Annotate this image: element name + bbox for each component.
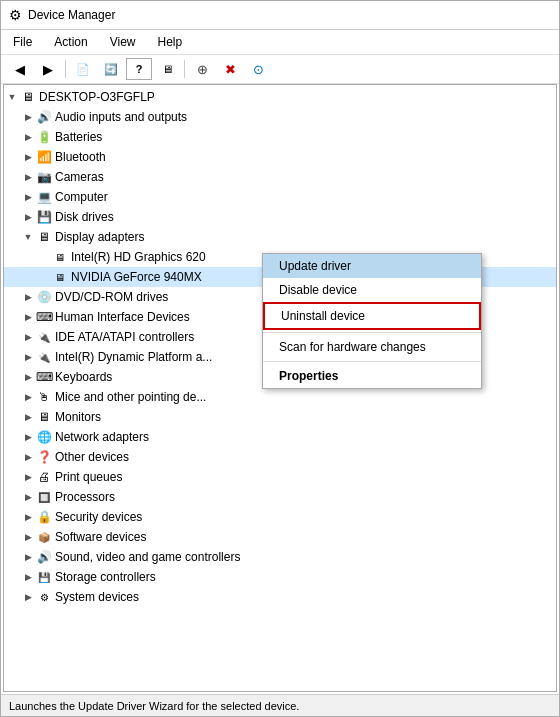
tree-item-bluetooth[interactable]: ▶ 📶 Bluetooth	[4, 147, 556, 167]
other-icon: ❓	[36, 449, 52, 465]
ctx-properties[interactable]: Properties	[263, 364, 481, 388]
monitors-toggle[interactable]: ▶	[20, 409, 36, 425]
status-text: Launches the Update Driver Wizard for th…	[9, 700, 299, 712]
storage-icon: 💾	[36, 569, 52, 585]
root-label: DESKTOP-O3FGFLP	[39, 90, 155, 104]
nvidia-icon: 🖥	[52, 269, 68, 285]
batteries-toggle[interactable]: ▶	[20, 129, 36, 145]
menu-view[interactable]: View	[106, 32, 140, 52]
ctx-properties-label: Properties	[279, 369, 338, 383]
tree-item-disk[interactable]: ▶ 💾 Disk drives	[4, 207, 556, 227]
ctx-disable-label: Disable device	[279, 283, 357, 297]
menu-action[interactable]: Action	[50, 32, 91, 52]
display-icon: 🖥	[36, 229, 52, 245]
intel-dyn-label: Intel(R) Dynamic Platform a...	[55, 350, 212, 364]
software-label: Software devices	[55, 530, 146, 544]
ctx-scan-label: Scan for hardware changes	[279, 340, 426, 354]
network-toggle[interactable]: ▶	[20, 429, 36, 445]
toolbar-back-btn[interactable]: ◀	[7, 58, 33, 80]
tree-item-cameras[interactable]: ▶ 📷 Cameras	[4, 167, 556, 187]
toolbar: ◀ ▶ 📄 🔄 ? 🖥 ⊕ ✖ ⊙	[1, 55, 559, 84]
tree-item-system[interactable]: ▶ ⚙ System devices	[4, 587, 556, 607]
ctx-update-driver[interactable]: Update driver	[263, 254, 481, 278]
print-icon: 🖨	[36, 469, 52, 485]
tree-item-other[interactable]: ▶ ❓ Other devices	[4, 447, 556, 467]
toolbar-scan-btn[interactable]: ⊙	[245, 58, 271, 80]
hid-toggle[interactable]: ▶	[20, 309, 36, 325]
processors-label: Processors	[55, 490, 115, 504]
menu-help[interactable]: Help	[154, 32, 187, 52]
tree-item-security[interactable]: ▶ 🔒 Security devices	[4, 507, 556, 527]
ide-icon: 🔌	[36, 329, 52, 345]
ctx-uninstall-label: Uninstall device	[281, 309, 365, 323]
sound-toggle[interactable]: ▶	[20, 549, 36, 565]
root-toggle[interactable]: ▼	[4, 89, 20, 105]
toolbar-forward-btn[interactable]: ▶	[35, 58, 61, 80]
ctx-scan-changes[interactable]: Scan for hardware changes	[263, 335, 481, 359]
disk-toggle[interactable]: ▶	[20, 209, 36, 225]
toolbar-properties-btn[interactable]: 📄	[70, 58, 96, 80]
computer-label: Computer	[55, 190, 108, 204]
hid-label: Human Interface Devices	[55, 310, 190, 324]
audio-label: Audio inputs and outputs	[55, 110, 187, 124]
keyboards-toggle[interactable]: ▶	[20, 369, 36, 385]
cameras-toggle[interactable]: ▶	[20, 169, 36, 185]
tree-item-storage[interactable]: ▶ 💾 Storage controllers	[4, 567, 556, 587]
batteries-icon: 🔋	[36, 129, 52, 145]
ide-toggle[interactable]: ▶	[20, 329, 36, 345]
print-toggle[interactable]: ▶	[20, 469, 36, 485]
intel-dyn-toggle[interactable]: ▶	[20, 349, 36, 365]
status-bar: Launches the Update Driver Wizard for th…	[1, 694, 559, 716]
hid-icon: ⌨	[36, 309, 52, 325]
tree-item-print[interactable]: ▶ 🖨 Print queues	[4, 467, 556, 487]
print-label: Print queues	[55, 470, 122, 484]
audio-toggle[interactable]: ▶	[20, 109, 36, 125]
menu-file[interactable]: File	[9, 32, 36, 52]
other-label: Other devices	[55, 450, 129, 464]
toolbar-remove-btn[interactable]: ✖	[217, 58, 243, 80]
mice-icon: 🖱	[36, 389, 52, 405]
security-label: Security devices	[55, 510, 142, 524]
system-toggle[interactable]: ▶	[20, 589, 36, 605]
toolbar-display-btn[interactable]: 🖥	[154, 58, 180, 80]
display-toggle[interactable]: ▼	[20, 229, 36, 245]
keyboards-label: Keyboards	[55, 370, 112, 384]
processors-toggle[interactable]: ▶	[20, 489, 36, 505]
title-bar: ⚙ Device Manager	[1, 1, 559, 30]
storage-label: Storage controllers	[55, 570, 156, 584]
mice-toggle[interactable]: ▶	[20, 389, 36, 405]
sound-label: Sound, video and game controllers	[55, 550, 240, 564]
dvd-toggle[interactable]: ▶	[20, 289, 36, 305]
tree-root[interactable]: ▼ 🖥 DESKTOP-O3FGFLP	[4, 87, 556, 107]
security-toggle[interactable]: ▶	[20, 509, 36, 525]
toolbar-add-btn[interactable]: ⊕	[189, 58, 215, 80]
tree-item-processors[interactable]: ▶ 🔲 Processors	[4, 487, 556, 507]
tree-item-mice[interactable]: ▶ 🖱 Mice and other pointing de...	[4, 387, 556, 407]
ctx-disable-device[interactable]: Disable device	[263, 278, 481, 302]
ctx-uninstall-device[interactable]: Uninstall device	[263, 302, 481, 330]
bluetooth-label: Bluetooth	[55, 150, 106, 164]
bluetooth-toggle[interactable]: ▶	[20, 149, 36, 165]
content-area: ▼ 🖥 DESKTOP-O3FGFLP ▶ 🔊 Audio inputs and…	[3, 84, 557, 692]
window-title: Device Manager	[28, 8, 115, 22]
system-icon: ⚙	[36, 589, 52, 605]
tree-item-batteries[interactable]: ▶ 🔋 Batteries	[4, 127, 556, 147]
other-toggle[interactable]: ▶	[20, 449, 36, 465]
toolbar-update-btn[interactable]: 🔄	[98, 58, 124, 80]
disk-icon: 💾	[36, 209, 52, 225]
toolbar-help-btn[interactable]: ?	[126, 58, 152, 80]
network-label: Network adapters	[55, 430, 149, 444]
tree-item-network[interactable]: ▶ 🌐 Network adapters	[4, 427, 556, 447]
software-toggle[interactable]: ▶	[20, 529, 36, 545]
tree-item-display[interactable]: ▼ 🖥 Display adapters	[4, 227, 556, 247]
computer-toggle[interactable]: ▶	[20, 189, 36, 205]
storage-toggle[interactable]: ▶	[20, 569, 36, 585]
tree-item-software[interactable]: ▶ 📦 Software devices	[4, 527, 556, 547]
root-icon: 🖥	[20, 89, 36, 105]
tree-item-computer[interactable]: ▶ 💻 Computer	[4, 187, 556, 207]
tree-item-sound[interactable]: ▶ 🔊 Sound, video and game controllers	[4, 547, 556, 567]
tree-item-monitors[interactable]: ▶ 🖥 Monitors	[4, 407, 556, 427]
keyboards-icon: ⌨	[36, 369, 52, 385]
tree-item-audio[interactable]: ▶ 🔊 Audio inputs and outputs	[4, 107, 556, 127]
display-label: Display adapters	[55, 230, 144, 244]
